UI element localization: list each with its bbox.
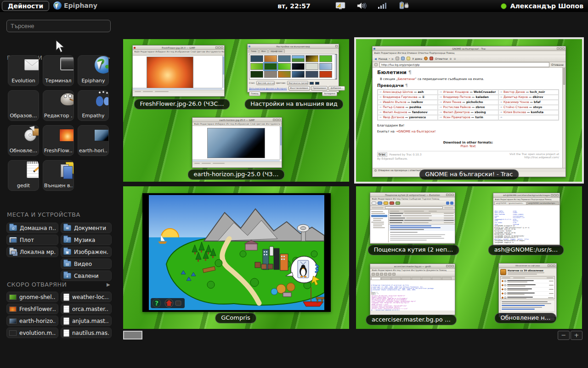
remove-button[interactable]: Премахване: [311, 86, 328, 91]
wallpaper-scrollbar[interactable]: [335, 54, 337, 79]
browser-menubar[interactable]: Файл Редактиране Изглед Отиване Отметки …: [373, 51, 565, 55]
translator-name[interactable]: Атанас Кошаров: [443, 90, 469, 94]
recent-item[interactable]: earth-horizo…: [6, 316, 58, 326]
translator-name[interactable]: Красимир Чонов: [503, 100, 529, 104]
translator-name[interactable]: Ясен Праматаров: [443, 115, 470, 119]
network-signal-icon[interactable]: [378, 2, 388, 10]
bookmarks-button[interactable]: Отметки: [435, 57, 447, 60]
wallpaper-thumb[interactable]: [250, 63, 263, 70]
terminal-output[interactable]: ibus-table xorgibus-pinyin xsaneibus-raw…: [493, 205, 560, 244]
stop-icon[interactable]: [396, 57, 399, 60]
gedit-editor[interactable]: # Bulgarian translation of accerciser po…: [370, 280, 455, 310]
workspace-2-active[interactable]: GNOME на български! - Trac Файл Редактир…: [356, 39, 582, 182]
get-more-backgrounds-link[interactable]: Допълнителни фонове в Интернет: [249, 87, 287, 90]
zoom-out-icon[interactable]: ⊖: [454, 57, 456, 60]
app-tile[interactable]: Empathy: [78, 90, 109, 121]
wallpaper-thumb[interactable]: [278, 63, 291, 70]
app-tile[interactable]: Evolution: [8, 55, 39, 86]
translator-name[interactable]: Петър Славов: [383, 105, 404, 109]
terminal-tab[interactable]: ash@GNOME:~/gnome/master/s…: [494, 201, 526, 205]
window-updates[interactable]: Обновление на софтуера Налични са 39 обн…: [498, 263, 557, 317]
translator-name[interactable]: Стойчо Станчев: [503, 105, 528, 109]
wallpaper-thumb[interactable]: [250, 71, 263, 78]
gedit-tab[interactable]: [401, 277, 411, 280]
app-tile[interactable]: Редактор …: [43, 90, 74, 121]
place-item[interactable]: Домашна п…: [6, 223, 58, 233]
restore-button[interactable]: Възстановяване: [288, 86, 310, 91]
tab[interactable]: Фон: [259, 49, 268, 53]
home-icon[interactable]: [407, 57, 410, 60]
recent-item[interactable]: gnome-shel…: [6, 292, 58, 302]
home-button[interactable]: У дома: [412, 57, 422, 60]
back-dropdown[interactable]: ▾: [389, 58, 390, 60]
colors-combo[interactable]: Вертикална преливка: [287, 81, 308, 85]
volume-icon[interactable]: [356, 2, 367, 10]
app-tile[interactable]: Външен в…: [43, 160, 74, 191]
translator-name[interactable]: Филип Андонов: [383, 110, 407, 114]
add-button[interactable]: Добавяне…: [328, 86, 345, 91]
place-item[interactable]: Локална мр…: [6, 247, 58, 257]
gedit-tab[interactable]: [442, 277, 452, 280]
wallpaper-thumb[interactable]: [250, 55, 263, 62]
recent-item[interactable]: evolution.m…: [6, 328, 58, 338]
window-evolution[interactable]: Пощенска кутия (2 непрочетени) — Evoluti…: [370, 192, 455, 244]
gedit-tab[interactable]: [422, 277, 431, 280]
wallpaper-thumb[interactable]: [292, 55, 305, 62]
wallpaper-thumb[interactable]: [292, 63, 305, 70]
wallpaper-thumb[interactable]: [319, 71, 332, 78]
wallpaper-thumb[interactable]: [292, 71, 305, 78]
app-tile[interactable]: Образов…: [8, 90, 39, 121]
place-item[interactable]: Музика: [61, 235, 112, 245]
evolution-folder-tree[interactable]: [370, 210, 389, 242]
bulletins-link[interactable]: Бюлетини: [398, 77, 415, 81]
gedit-tab[interactable]: [371, 277, 381, 280]
window-appearance[interactable]: Настройки на външния вид ТемаФонШрифтове…: [247, 44, 339, 92]
remove-workspace-button[interactable]: −: [558, 331, 570, 340]
terminal-tab[interactable]: ash@GNOME:/usr/share/backgro…: [527, 201, 559, 205]
close-button[interactable]: Затваряне: [322, 92, 337, 96]
window-gimp-freshflower[interactable]: FreshFlower.jpg-26.0 — GIMP Файл Редакти…: [132, 45, 225, 97]
workspace-4[interactable]: Пощенска кутия (2 непрочетени) — Evoluti…: [356, 186, 582, 329]
recent-item[interactable]: orca.master.…: [61, 304, 112, 314]
translator-name[interactable]: Димитър Киров: [503, 95, 528, 99]
wallpaper-thumb[interactable]: [305, 63, 318, 70]
team-link[interactable]: →GNOME на български!: [396, 130, 435, 133]
battery-icon[interactable]: [399, 1, 410, 10]
bookmarks-icon[interactable]: [430, 57, 433, 60]
place-item[interactable]: Свалени: [61, 270, 112, 281]
translator-name[interactable]: Илия Пенев: [443, 100, 462, 104]
wallpaper-thumb[interactable]: [305, 55, 318, 62]
wallpaper-thumb[interactable]: [264, 55, 277, 62]
reload-icon[interactable]: [401, 57, 405, 60]
gedit-tab[interactable]: [391, 277, 401, 280]
recent-item[interactable]: FreshFlower…: [6, 304, 58, 314]
history-icon[interactable]: [424, 57, 428, 60]
translator-name[interactable]: Виктор Дачев: [503, 90, 525, 94]
wallpaper-thumb[interactable]: [319, 55, 332, 62]
translator-name[interactable]: Юлия Волкова: [503, 110, 526, 114]
color-swatch-1[interactable]: [310, 82, 314, 85]
display-icon[interactable]: [335, 2, 345, 10]
tab[interactable]: Тема: [249, 49, 259, 53]
style-combo[interactable]: Дисплей, да е цял: [256, 81, 275, 85]
app-tile[interactable]: Терминал: [43, 55, 74, 86]
translator-name[interactable]: Александър Шопов: [383, 90, 413, 94]
page-scrollbar[interactable]: [562, 68, 565, 168]
wallpaper-thumb[interactable]: [264, 63, 277, 70]
place-item[interactable]: Видео: [61, 259, 112, 269]
wallpaper-thumb[interactable]: [278, 55, 291, 62]
gedit-tab[interactable]: [412, 277, 421, 280]
back-icon[interactable]: ◀: [374, 57, 377, 60]
workspace-1[interactable]: FreshFlower.jpg-26.0 — GIMP Файл Редакти…: [123, 39, 349, 182]
zoom-in-icon[interactable]: ⊕: [450, 57, 452, 60]
window-gcompris[interactable]: ?: [142, 193, 331, 312]
search-input[interactable]: [6, 20, 111, 32]
clock[interactable]: вт, 22:57: [0, 0, 588, 12]
place-item[interactable]: Изображен…: [61, 247, 112, 257]
updates-list[interactable]: [500, 276, 555, 299]
forward-icon[interactable]: ▶: [392, 57, 394, 60]
recent-expand-icon[interactable]: ▶: [107, 282, 110, 287]
plain-text-link[interactable]: Plain Text: [377, 144, 559, 148]
translator-name[interactable]: Владимира Гиргинова: [383, 95, 417, 99]
window-epiphany-trac[interactable]: GNOME на български! - Trac Файл Редактир…: [372, 46, 566, 177]
